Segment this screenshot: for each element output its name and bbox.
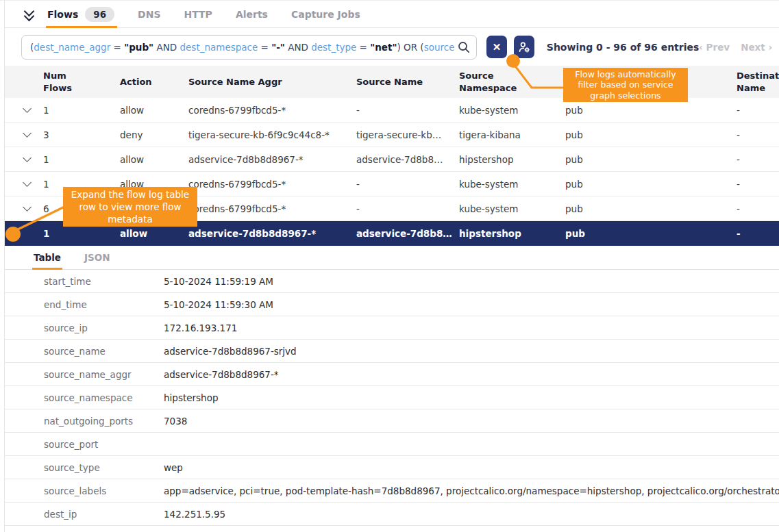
cell-num-flows: 1 [43, 105, 120, 116]
detail-tab-label: Table [34, 252, 61, 263]
cell-num-flows: 3 [43, 129, 120, 140]
detail-field-value: wep [164, 462, 779, 473]
cell-action: deny [120, 129, 188, 140]
prev-page-button[interactable]: ‹ Prev [699, 42, 730, 53]
detail-field-key: end_time [44, 299, 164, 310]
query-token: dest_type [311, 42, 356, 53]
detail-field-value: adservice-7d8b8d8967-* [164, 369, 779, 380]
tab-count-badge: 96 [85, 7, 114, 22]
query-token: source_name_aggr [424, 42, 454, 53]
pagination: ‹ Prev Next › [699, 42, 772, 53]
detail-field-key: source_type [44, 462, 164, 473]
detail-tab-label: JSON [84, 252, 110, 263]
tab-label: Alerts [236, 9, 268, 20]
tab[interactable]: DNS [138, 1, 160, 27]
filter-query-text: (dest_name_aggr = "pub" AND dest_namespa… [30, 42, 454, 53]
tab-label: DNS [138, 9, 160, 20]
cell-source-name-aggr: coredns-6799fbcd5-* [188, 105, 356, 116]
tab[interactable]: Flows 96 [47, 1, 114, 27]
detail-field-key: source_labels [44, 485, 164, 496]
log-type-tabbar: Flows 96 DNS HTTP Alerts [5, 1, 779, 28]
query-token: = [356, 42, 370, 53]
callout-text: Expand the flow log table row to view mo… [67, 188, 193, 225]
callout-text: Flow logs automatically filter based on … [569, 69, 682, 101]
user-settings-button[interactable] [514, 36, 534, 58]
collapse-panel-icon[interactable] [23, 7, 38, 22]
expand-row-chevron-icon[interactable] [23, 153, 32, 162]
detail-row: source_name_aggr adservice-7d8b8d8967-* [5, 363, 779, 386]
cell-source-name-aggr: coredns-6799fbcd5-* [188, 203, 356, 214]
cell-destination-name: - [737, 228, 779, 239]
detail-row: source_port [5, 433, 779, 456]
detail-row: start_time 5-10-2024 11:59:19 AM [5, 270, 779, 293]
cell-destination-name: - [737, 129, 779, 140]
detail-row: nat_outgoing_ports 7038 [5, 409, 779, 433]
filter-query-input[interactable]: (dest_name_aggr = "pub" AND dest_namespa… [21, 35, 477, 60]
cell-source-name: adservice-7d8b8… [356, 154, 459, 165]
cell-source-namespace: kube-system [459, 105, 565, 116]
cell-source-name: - [356, 179, 459, 190]
cell-destination-name: - [737, 105, 779, 116]
cell-source-name-aggr: tigera-secure-kb-6f9c9c44c8-* [188, 129, 356, 140]
cell-source-name-aggr: coredns-6799fbcd5-* [188, 179, 356, 190]
detail-field-table: start_time 5-10-2024 11:59:19 AM end_tim… [5, 270, 779, 526]
cell-action: allow [120, 154, 188, 165]
detail-field-key: nat_outgoing_ports [44, 416, 164, 427]
detail-field-key: source_name [44, 346, 164, 357]
cell-action: allow [120, 228, 188, 239]
clear-filter-button[interactable]: ✕ [486, 36, 507, 58]
detail-field-key: source_ip [44, 322, 164, 333]
expand-row-chevron-icon[interactable] [23, 129, 32, 138]
callout-filter-note: Flow logs automatically filter based on … [563, 68, 688, 102]
detail-field-key: source_port [44, 439, 164, 450]
cell-destination-name: - [737, 179, 779, 190]
cell-dest-name-aggr: pub [565, 179, 737, 190]
cell-source-name-aggr: adservice-7d8b8d8967-* [188, 228, 356, 239]
cell-source-name-aggr: adservice-7d8b8d8967-* [188, 154, 356, 165]
detail-row: source_namespace hipstershop [5, 386, 779, 409]
query-token: "net" [370, 42, 397, 53]
table-row[interactable]: 3 deny tigera-secure-kb-6f9c9c44c8-* tig… [5, 123, 779, 147]
detail-row: source_labels app=adservice, pci=true, p… [5, 479, 779, 503]
detail-field-value: 5-10-2024 11:59:30 AM [164, 299, 779, 310]
expand-row-chevron-icon[interactable] [23, 203, 32, 212]
query-token: = [258, 42, 271, 53]
detail-field-value: 142.251.5.95 [164, 509, 779, 520]
detail-field-value: 7038 [164, 416, 779, 427]
detail-row: source_type wep [5, 456, 779, 479]
detail-row: source_name adservice-7d8b8d8967-srjvd [5, 340, 779, 363]
cell-action: allow [120, 105, 188, 116]
detail-tabbar: Table JSON [5, 246, 779, 270]
table-row[interactable]: 1 allow adservice-7d8b8d8967-* adservice… [5, 147, 779, 172]
cell-dest-name-aggr: pub [565, 154, 737, 165]
user-gear-icon [517, 40, 531, 54]
detail-field-value: hipstershop [164, 392, 779, 403]
cell-source-name: - [356, 203, 459, 214]
cell-num-flows: 1 [43, 228, 120, 239]
expand-row-chevron-icon[interactable] [23, 104, 32, 113]
cell-destination-name: - [737, 154, 779, 165]
column-header: Source Name Aggr [188, 76, 356, 88]
detail-field-key: source_name_aggr [44, 369, 164, 380]
detail-field-value: 172.16.193.171 [164, 322, 779, 333]
expand-row-chevron-icon[interactable] [23, 178, 32, 187]
next-page-button[interactable]: Next › [741, 42, 772, 53]
tab[interactable]: HTTP [184, 1, 212, 27]
query-token: ) OR ( [397, 42, 424, 53]
search-icon[interactable] [457, 40, 471, 54]
filter-toolbar: (dest_name_aggr = "pub" AND dest_namespa… [5, 28, 779, 66]
detail-tab[interactable]: Table [32, 246, 62, 269]
query-token: "-" [271, 42, 285, 53]
tab[interactable]: Capture Jobs [291, 1, 360, 27]
callout-expand-note: Expand the flow log table row to view mo… [63, 187, 197, 227]
detail-row: source_ip 172.16.193.171 [5, 316, 779, 340]
detail-tab[interactable]: JSON [83, 246, 112, 269]
query-token: = [110, 42, 124, 53]
log-type-tabs: Flows 96 DNS HTTP Alerts [47, 1, 360, 27]
query-token: dest_namespace [180, 42, 258, 53]
column-header: Source Name [356, 76, 459, 88]
tab[interactable]: Alerts [236, 1, 268, 27]
column-header: Destination Name [737, 70, 779, 94]
detail-row: dest_ip 142.251.5.95 [5, 503, 779, 526]
cell-source-namespace: hipstershop [459, 154, 565, 165]
